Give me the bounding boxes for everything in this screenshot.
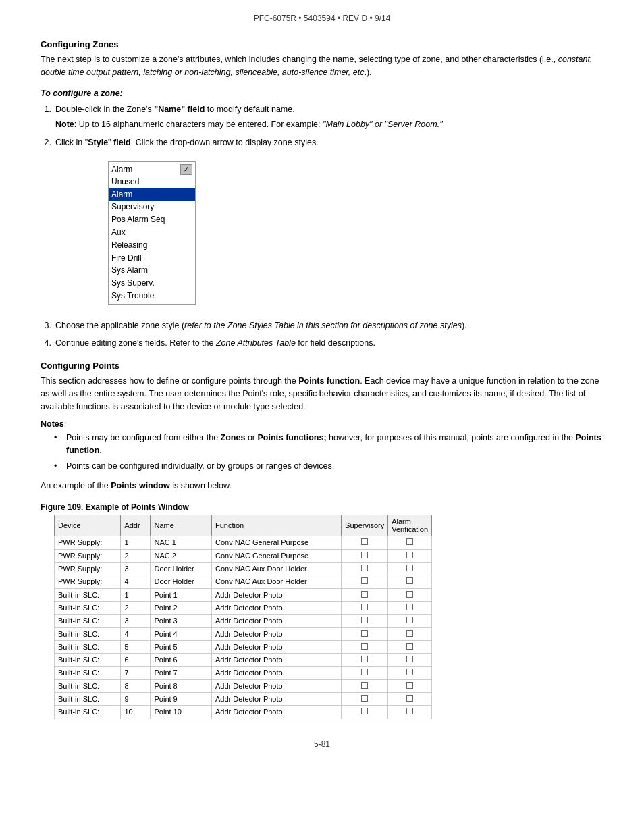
checkbox-alarm-verification[interactable] — [406, 669, 413, 675]
checkbox-supervisory[interactable] — [361, 577, 368, 584]
cell-addr: 7 — [121, 667, 151, 679]
page-footer: 5-81 — [41, 739, 603, 749]
checkbox-alarm-verification[interactable] — [406, 565, 413, 571]
checkbox-alarm-verification[interactable] — [406, 695, 413, 702]
table-row: Built-in SLC:8Point 8Addr Detector Photo — [55, 679, 432, 692]
step-2-content: Click in "Style" field. Click the drop-d… — [55, 136, 603, 149]
cell-device: Built-in SLC: — [55, 615, 121, 627]
cell-supervisory — [342, 601, 388, 614]
checkbox-supervisory[interactable] — [361, 617, 368, 623]
checkbox-supervisory[interactable] — [361, 656, 368, 662]
dropdown-item-aux[interactable]: Aux — [109, 226, 195, 239]
cell-device: PWR Supply: — [55, 549, 121, 562]
cell-name: Door Holder — [151, 575, 212, 588]
checkbox-supervisory[interactable] — [361, 591, 368, 598]
cell-supervisory — [342, 563, 388, 575]
page-header: PFC-6075R • 5403594 • REV D • 9/14 — [41, 14, 603, 23]
notes-section: Notes: • Points may be configured from e… — [41, 419, 603, 472]
checkbox-supervisory[interactable] — [361, 604, 368, 610]
cell-device: Built-in SLC: — [55, 654, 121, 667]
cell-supervisory — [342, 693, 388, 706]
checkbox-alarm-verification[interactable] — [406, 591, 413, 598]
checkbox-alarm-verification[interactable] — [406, 538, 413, 545]
cell-function: Addr Detector Photo — [212, 706, 342, 719]
cell-alarm-verification — [388, 549, 432, 562]
cell-function: Addr Detector Photo — [212, 667, 342, 679]
cell-function: Addr Detector Photo — [212, 693, 342, 706]
cell-name: NAC 1 — [151, 536, 212, 549]
cell-alarm-verification — [388, 693, 432, 706]
checkbox-alarm-verification[interactable] — [406, 643, 413, 650]
dropdown-item-releasing[interactable]: Releasing — [109, 239, 195, 252]
table-row: PWR Supply:4Door HolderConv NAC Aux Door… — [55, 575, 432, 588]
checkbox-alarm-verification[interactable] — [406, 630, 413, 637]
cell-name: Point 7 — [151, 667, 212, 679]
dropdown-item-unused[interactable]: Unused — [109, 176, 195, 188]
checkbox-supervisory[interactable] — [361, 552, 368, 558]
dropdown-item-supervisory[interactable]: Supervisory — [109, 201, 195, 213]
cell-supervisory — [342, 706, 388, 719]
cell-addr: 2 — [121, 549, 151, 562]
cell-device: Built-in SLC: — [55, 667, 121, 679]
cell-addr: 4 — [121, 627, 151, 640]
configuring-points-section: Configuring Points This section addresse… — [41, 361, 603, 719]
step-3-content: Choose the applicable zone style (refer … — [55, 319, 603, 332]
cell-supervisory — [342, 575, 388, 588]
bullet-1: • Points may be configured from either t… — [54, 432, 603, 457]
cell-function: Conv NAC Aux Door Holder — [212, 563, 342, 575]
checkbox-alarm-verification[interactable] — [406, 656, 413, 662]
checkbox-supervisory[interactable] — [361, 682, 368, 689]
checkbox-alarm-verification[interactable] — [406, 577, 413, 584]
checkbox-supervisory[interactable] — [361, 565, 368, 571]
dropdown-item-fire-drill[interactable]: Fire Drill — [109, 252, 195, 265]
dropdown-item-sys-alarm[interactable]: Sys Alarm — [109, 264, 195, 277]
cell-name: Point 5 — [151, 640, 212, 653]
configuring-points-title: Configuring Points — [41, 361, 603, 371]
th-name: Name — [151, 515, 212, 536]
cell-function: Addr Detector Photo — [212, 627, 342, 640]
table-row: Built-in SLC:5Point 5Addr Detector Photo — [55, 640, 432, 653]
table-row: Built-in SLC:1Point 1Addr Detector Photo — [55, 588, 432, 601]
dropdown-item-sys-superv[interactable]: Sys Superv. — [109, 277, 195, 290]
checkbox-supervisory[interactable] — [361, 643, 368, 650]
th-device: Device — [55, 515, 121, 536]
cell-addr: 6 — [121, 654, 151, 667]
dropdown-item-alarm-selected[interactable]: Alarm — [109, 188, 195, 201]
cell-alarm-verification — [388, 706, 432, 719]
checkbox-alarm-verification[interactable] — [406, 604, 413, 610]
table-row: Built-in SLC:9Point 9Addr Detector Photo — [55, 693, 432, 706]
checkbox-alarm-verification[interactable] — [406, 552, 413, 558]
step-1-note: Note: Up to 16 alphanumeric characters m… — [55, 118, 603, 131]
checkbox-supervisory[interactable] — [361, 538, 368, 545]
cell-function: Addr Detector Photo — [212, 679, 342, 692]
dropdown-item-sys-trouble[interactable]: Sys Trouble — [109, 290, 195, 303]
dropdown-item-pos-alarm-seq[interactable]: Pos Alarm Seq — [109, 213, 195, 226]
checkbox-supervisory[interactable] — [361, 669, 368, 675]
points-table: Device Addr Name Function Supervisory Al… — [54, 515, 432, 719]
cell-device: PWR Supply: — [55, 536, 121, 549]
cell-supervisory — [342, 588, 388, 601]
step-2: 2. Click in "Style" field. Click the dro… — [41, 136, 603, 149]
th-function: Function — [212, 515, 342, 536]
checkbox-supervisory[interactable] — [361, 708, 368, 714]
cell-device: Built-in SLC: — [55, 679, 121, 692]
cell-alarm-verification — [388, 601, 432, 614]
cell-name: Point 4 — [151, 627, 212, 640]
cell-device: PWR Supply: — [55, 563, 121, 575]
cell-name: Point 3 — [151, 615, 212, 627]
cell-name: Point 9 — [151, 693, 212, 706]
checkbox-alarm-verification[interactable] — [406, 708, 413, 714]
checkbox-supervisory[interactable] — [361, 695, 368, 702]
dropdown-arrow[interactable]: ✓ — [180, 164, 192, 175]
table-row: Built-in SLC:7Point 7Addr Detector Photo — [55, 667, 432, 679]
checkbox-alarm-verification[interactable] — [406, 617, 413, 623]
cell-supervisory — [342, 549, 388, 562]
cell-supervisory — [342, 654, 388, 667]
checkbox-supervisory[interactable] — [361, 630, 368, 637]
step-1-content: Double-click in the Zone's "Name" field … — [55, 103, 603, 132]
cell-name: Point 10 — [151, 706, 212, 719]
checkbox-alarm-verification[interactable] — [406, 682, 413, 689]
zone-style-dropdown[interactable]: Alarm ✓ Unused Alarm Supervisory Pos Ala… — [95, 155, 603, 311]
cell-function: Addr Detector Photo — [212, 615, 342, 627]
cell-device: Built-in SLC: — [55, 588, 121, 601]
